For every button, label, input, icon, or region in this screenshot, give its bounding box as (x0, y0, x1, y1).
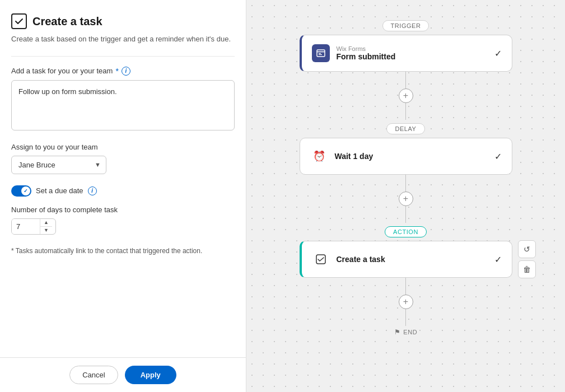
action-card-wrapper: Create a task ✓ ↺ 🗑 (300, 241, 512, 278)
trigger-title: Form submitted (337, 52, 396, 61)
flag-icon: ⚑ (394, 328, 401, 336)
panel-title: Create a task (32, 15, 102, 28)
task-textarea[interactable]: Follow up on form submission. (11, 80, 235, 130)
delay-card-left: ⏰ Wait 1 day (310, 147, 373, 165)
clock-icon: ⏰ (313, 150, 325, 162)
header-checkbox-icon (11, 13, 27, 29)
spinner-up-button[interactable]: ▲ (40, 219, 52, 226)
toggle-check-icon: ✓ (24, 188, 28, 194)
trigger-icon-box (312, 44, 330, 62)
due-date-label: Set a due date (36, 186, 83, 195)
cancel-button[interactable]: Cancel (69, 366, 118, 384)
left-content: Create a task Create a task based on the… (0, 0, 246, 357)
action-card[interactable]: Create a task ✓ (300, 241, 512, 278)
panel-header: Create a task (11, 13, 235, 29)
trigger-subtitle: Wix Forms (337, 45, 396, 52)
action-check-icon: ✓ (494, 254, 502, 265)
action-side-buttons: ↺ 🗑 (518, 240, 536, 278)
due-date-row: ✓ Set a due date i (11, 185, 235, 197)
trigger-badge: TRIGGER (382, 20, 429, 31)
trigger-card-text: Wix Forms Form submitted (337, 45, 396, 61)
due-date-toggle[interactable]: ✓ (11, 185, 31, 197)
trigger-check-icon: ✓ (494, 48, 502, 59)
action-badge: ACTION (385, 226, 427, 237)
panel-description: Create a task based on the trigger and g… (11, 34, 235, 45)
task-info-icon[interactable]: i (122, 67, 130, 76)
days-input[interactable] (12, 219, 40, 234)
spinner-down-button[interactable]: ▼ (40, 227, 52, 234)
delay-badge: DELAY (386, 123, 424, 134)
connector-5 (405, 278, 406, 295)
add-button-2[interactable]: + (399, 192, 413, 206)
connector-2 (405, 103, 406, 120)
connector-6 (405, 309, 406, 326)
delay-icon-box: ⏰ (310, 147, 328, 165)
add-button-3[interactable]: + (399, 295, 413, 309)
delete-button[interactable]: 🗑 (518, 260, 536, 278)
trigger-card[interactable]: Wix Forms Form submitted ✓ (300, 35, 512, 72)
connector-1 (405, 72, 406, 88)
footnote: * Tasks automatically link to the contac… (11, 246, 235, 256)
delay-card-text: Wait 1 day (335, 152, 373, 161)
assign-select[interactable]: Jane Bruce Team Member 1 Team Member 2 (11, 156, 106, 174)
due-date-info-icon[interactable]: i (88, 186, 97, 195)
action-icon-box (312, 250, 330, 268)
apply-button[interactable]: Apply (125, 366, 176, 384)
connector-4 (405, 206, 406, 223)
number-spinners: ▲ ▼ (40, 219, 52, 234)
trigger-badge-wrapper: TRIGGER (382, 20, 429, 31)
delay-title: Wait 1 day (335, 152, 373, 161)
trigger-card-left: Wix Forms Form submitted (312, 44, 396, 62)
refresh-button[interactable]: ↺ (518, 240, 536, 258)
assign-label: Assign to you or your team (11, 143, 235, 151)
action-card-left: Create a task (312, 250, 385, 268)
end-label: ⚑ END (394, 328, 417, 336)
required-star: * (115, 67, 118, 76)
left-panel: Create a task Create a task based on the… (0, 0, 246, 392)
action-badge-wrapper: ACTION (385, 226, 427, 237)
divider (11, 56, 235, 57)
delay-card[interactable]: ⏰ Wait 1 day ✓ (300, 138, 512, 175)
right-panel: TRIGGER Wix Forms Form submitted ✓ (246, 0, 565, 392)
end-section: ⚑ END (394, 328, 417, 336)
connector-3 (405, 175, 406, 192)
delay-check-icon: ✓ (494, 151, 502, 162)
flow-container: TRIGGER Wix Forms Form submitted ✓ (300, 17, 512, 336)
toggle-knob: ✓ (21, 186, 30, 195)
assign-select-wrapper: Jane Bruce Team Member 1 Team Member 2 ▼ (11, 156, 106, 174)
action-card-text: Create a task (337, 255, 385, 264)
delay-badge-wrapper: DELAY (386, 123, 424, 134)
action-title: Create a task (337, 255, 385, 264)
task-field-label: Add a task for you or your team * i (11, 67, 235, 76)
left-footer: Cancel Apply (0, 357, 246, 392)
number-input-wrapper: ▲ ▼ (11, 218, 56, 235)
add-button-1[interactable]: + (399, 88, 413, 103)
days-label: Number of days to complete task (11, 206, 235, 214)
